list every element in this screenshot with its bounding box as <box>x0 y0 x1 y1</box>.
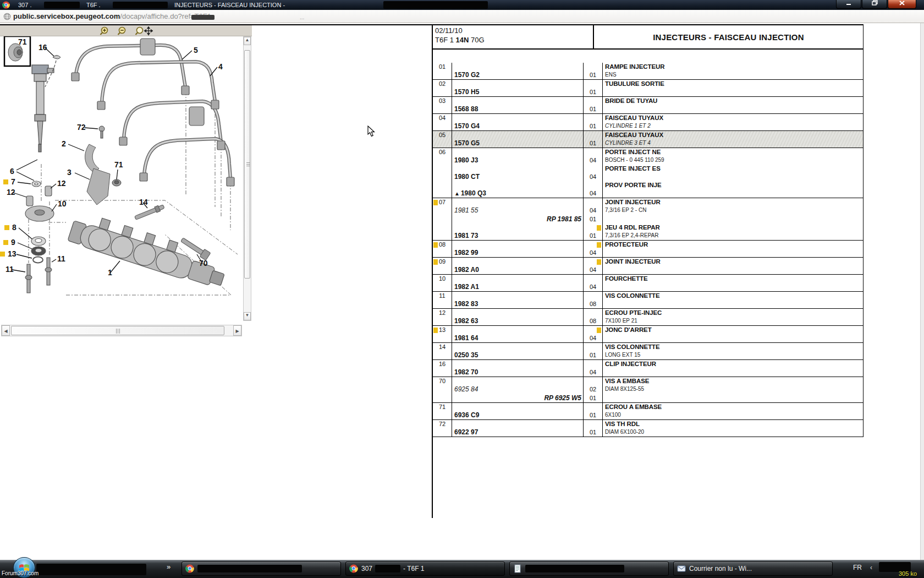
viewer-toolbar <box>0 25 252 36</box>
scroll-left-button[interactable]: ◀ <box>2 325 10 336</box>
desc-cell: ECROU A EMBASE6X100 <box>602 403 864 419</box>
spacer <box>584 223 602 231</box>
browser-scrollbar[interactable] <box>920 23 924 560</box>
spacer <box>584 377 602 385</box>
table-row-selected[interactable]: 051570 G501FAISCEAU TUYAUXCYLINDRE 3 ET … <box>433 131 864 148</box>
spacer <box>452 360 583 368</box>
chrome-icon <box>2 1 10 9</box>
table-row[interactable]: 091982 A004JOINT INJECTEUR <box>433 258 864 275</box>
table-row[interactable]: 071981 55RP 1981 851981 73040101JOINT IN… <box>433 198 864 241</box>
pipe-fittings <box>72 39 234 186</box>
table-row[interactable]: 131981 6404JONC D'ARRET <box>433 326 864 343</box>
table-header: 02/11/10 T6F 1 14N 70G INJECTEURS - FAIS… <box>433 25 864 50</box>
table-row[interactable]: 041570 G401FAISCEAU TUYAUXCYLINDRE 1 ET … <box>433 114 864 131</box>
taskbar-button-label: 307 <box>361 565 372 572</box>
spacer <box>452 131 583 139</box>
overflow-chevron[interactable]: » <box>167 563 170 571</box>
notepad-icon <box>513 564 522 573</box>
table-row[interactable]: 726922 9701VIS TH RDLDIAM 6X100-20 <box>433 420 864 437</box>
minimize-button[interactable] <box>836 0 861 9</box>
table-row[interactable]: 031568 8801BRIDE DE TUYAU <box>433 97 864 114</box>
part-desc <box>603 172 863 181</box>
part-name: VIS A EMBASE <box>603 377 863 385</box>
part-number: 1981 55 <box>452 206 583 215</box>
screen: 307 . T6F . INJECTEURS - FAISCEAU INJECT… <box>0 0 924 578</box>
url-text[interactable]: public.servicebox.peugeot.com/docapv/aff… <box>13 12 211 20</box>
browser-titlebar: 307 . T6F . INJECTEURS - FAISCEAU INJECT… <box>0 0 924 10</box>
table-row[interactable]: 161982 7004CLIP INJECTEUR <box>433 360 864 377</box>
part-name: FAISCEAU TUYAUX <box>603 114 863 122</box>
window-controls <box>835 0 916 9</box>
zoom-in-icon[interactable] <box>99 26 113 36</box>
part-number: 1980 CT <box>452 172 583 181</box>
scroll-right-button[interactable]: ▶ <box>233 325 241 336</box>
diagram-vscrollbar[interactable]: ▲ ▼ <box>243 36 251 321</box>
diagram-callout-70: 70 <box>199 259 208 268</box>
scroll-down-button[interactable]: ▼ <box>244 312 251 320</box>
ref-cell: 10 <box>433 275 452 291</box>
table-row[interactable]: 140250 3501VIS COLONNETTELONG EXT 15 <box>433 343 864 360</box>
part-cell: 1570 G4 <box>452 114 583 130</box>
qty-cell: 04 <box>583 326 602 342</box>
ref-cell: 16 <box>433 360 452 377</box>
table-row[interactable]: 121982 6308ECROU PTE-INJEC7X100 EP 21 <box>433 309 864 326</box>
name-marker-icon <box>597 242 601 248</box>
taskbar-button-chrome[interactable] <box>182 561 341 576</box>
part-number: 1570 G2 <box>452 70 583 79</box>
vscroll-thumb[interactable] <box>244 50 250 279</box>
spacer <box>584 258 602 265</box>
hscroll-thumb[interactable] <box>11 326 224 335</box>
spacer <box>452 148 583 156</box>
spacer <box>584 165 602 172</box>
spacer <box>584 80 602 88</box>
part-number: 1570 G5 <box>452 139 583 148</box>
ref-cell: 72 <box>433 420 452 437</box>
zoom-pan-icon[interactable] <box>134 26 153 36</box>
part-name: ECROU A EMBASE <box>603 403 863 411</box>
part-desc <box>603 189 863 198</box>
part-cell: 1982 99 <box>452 241 583 257</box>
address-bar[interactable]: public.servicebox.peugeot.com/docapv/aff… <box>0 10 924 23</box>
part-desc <box>603 299 863 308</box>
part-cell: 1982 A1 <box>452 275 583 291</box>
part-name: BRIDE DE TUYAU <box>603 97 863 105</box>
redaction <box>375 565 400 572</box>
spacer <box>452 326 583 334</box>
part-number: RP 1981 85 <box>452 215 583 223</box>
desc-cell: VIS COLONNETTE <box>602 292 864 308</box>
redaction <box>36 564 146 575</box>
part-desc <box>603 248 863 257</box>
taskbar-button-Courrier non lu - Wi...[interactable]: Courrier non lu - Wi... <box>673 561 833 576</box>
diagram-callout-71: 71 <box>114 160 123 169</box>
table-gap <box>433 50 864 63</box>
table-row[interactable]: 061980 J31980 CT▲1980 Q3040404PORTE INJE… <box>433 148 864 198</box>
qty-cell: 04 <box>583 258 602 274</box>
tray-chevron[interactable]: ‹ <box>870 564 872 571</box>
ref-number: 01 <box>433 63 452 70</box>
doc-date: 02/11/10 <box>435 26 593 35</box>
table-row[interactable]: 706925 84RP 6925 W50201VIS A EMBASEDIAM … <box>433 377 864 403</box>
taskbar-button-label: - T6F 1 <box>403 565 424 572</box>
language-indicator[interactable]: FR <box>853 564 862 571</box>
part-number: 1982 A1 <box>452 282 583 291</box>
table-row[interactable]: 111982 8308VIS COLONNETTE <box>433 292 864 309</box>
ref-cell: 03 <box>433 97 452 113</box>
ref-number: 70 <box>433 378 452 384</box>
table-row[interactable]: 021570 H501TUBULURE SORTIE <box>433 80 864 97</box>
table-row[interactable]: 716936 C901ECROU A EMBASE6X100 <box>433 403 864 420</box>
table-row[interactable]: 101982 A104FOURCHETTE <box>433 275 864 292</box>
taskbar-button-307[interactable]: 307- T6F 1 <box>345 561 505 576</box>
table-row[interactable]: 081982 9904PROTECTEUR <box>433 241 864 258</box>
zoom-out-icon[interactable] <box>117 26 131 36</box>
parts-table: 02/11/10 T6F 1 14N 70G INJECTEURS - FAIS… <box>433 25 864 437</box>
table-row[interactable]: 011570 G201RAMPE INJECTEURENS <box>433 63 864 80</box>
qty-value: 04 <box>584 334 602 342</box>
scroll-up-button[interactable]: ▲ <box>244 37 251 45</box>
title-segment: T6F . <box>86 2 101 8</box>
diagram-hscrollbar[interactable]: ◀ ▶ <box>1 325 242 336</box>
close-button[interactable] <box>888 0 916 9</box>
restore-button[interactable] <box>862 0 887 9</box>
doc-title: INJECTEURS - FAISCEAU INJECTION <box>594 25 864 48</box>
spacer <box>452 241 583 248</box>
taskbar-button-notepad[interactable] <box>509 561 669 576</box>
